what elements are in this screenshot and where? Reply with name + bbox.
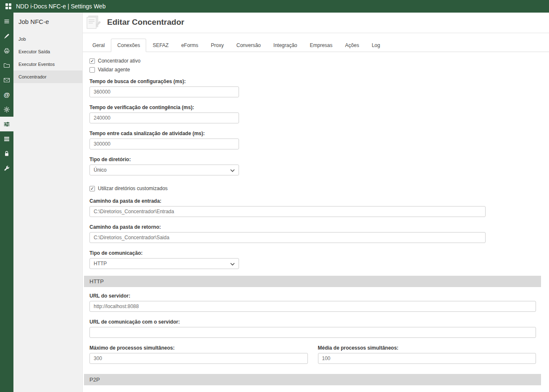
nav-signature-button[interactable] bbox=[0, 29, 13, 43]
validar-agente-checkbox[interactable]: Validar agente bbox=[89, 67, 536, 73]
app-logo-icon bbox=[5, 3, 12, 10]
connections-form: Concentrador ativo Validar agente Tempo … bbox=[83, 52, 549, 392]
sidebar-item-concentrador[interactable]: Concentrador bbox=[13, 71, 82, 83]
tab-eforms[interactable]: eForms bbox=[175, 39, 205, 52]
page-title: Editar Concentrador bbox=[107, 18, 184, 27]
max-processos-label: Máximo de processos simultâneos: bbox=[89, 345, 308, 351]
sidebar-title: Job NFC-e bbox=[13, 13, 82, 33]
tab-geral[interactable]: Geral bbox=[86, 39, 111, 52]
http-section-header[interactable]: HTTP bbox=[84, 276, 541, 287]
caminho-entrada-input[interactable] bbox=[89, 206, 486, 217]
nav-printer-button[interactable] bbox=[0, 43, 13, 58]
select-value: HTTP bbox=[94, 261, 107, 267]
concentrador-ativo-checkbox[interactable]: Concentrador ativo bbox=[89, 58, 536, 64]
topbar: NDD i-Docs NFC-e | Settings Web bbox=[0, 0, 549, 13]
lock-icon bbox=[3, 150, 10, 157]
chevron-down-icon bbox=[230, 166, 235, 174]
tempo-busca-label: Tempo de busca de configurações (ms): bbox=[89, 78, 536, 84]
url-comunicacao-label: URL de comunicação com o servidor: bbox=[89, 319, 536, 325]
nav-settings-button[interactable] bbox=[0, 102, 13, 117]
nav-wrench-button[interactable] bbox=[0, 161, 13, 175]
sidebar-item-executor-eventos[interactable]: Executor Eventos bbox=[13, 58, 82, 71]
form-icon bbox=[85, 15, 102, 29]
tempo-contingencia-label: Tempo de verificação de contingência (ms… bbox=[89, 105, 536, 110]
tab-integracao[interactable]: Integração bbox=[267, 39, 304, 52]
tempo-atividade-label: Tempo entre cada sinalização de atividad… bbox=[89, 131, 536, 136]
sidebar: Job NFC-e Job Executor Saída Executor Ev… bbox=[13, 13, 83, 392]
media-processos-label: Média de processos simultâneos: bbox=[318, 345, 536, 351]
tab-log[interactable]: Log bbox=[365, 39, 386, 52]
tab-bar: Geral Conexões SEFAZ eForms Proxy Conver… bbox=[83, 33, 549, 52]
checkbox-label: Utilizar diretórios customizados bbox=[98, 186, 168, 191]
tipo-diretorio-select[interactable]: Único bbox=[89, 165, 239, 175]
select-value: Único bbox=[94, 167, 107, 173]
nav-lock-button[interactable] bbox=[0, 146, 13, 161]
tab-sefaz[interactable]: SEFAZ bbox=[146, 39, 175, 52]
page-header: Editar Concentrador bbox=[83, 13, 549, 33]
chevron-down-icon bbox=[230, 260, 235, 267]
nav-menu-button[interactable] bbox=[0, 14, 13, 29]
printer-icon bbox=[3, 47, 10, 54]
nav-sliders-button[interactable] bbox=[0, 117, 13, 131]
gear-icon bbox=[3, 106, 10, 113]
tab-proxy[interactable]: Proxy bbox=[205, 39, 230, 52]
tab-conexoes[interactable]: Conexões bbox=[111, 39, 146, 52]
sliders-icon bbox=[3, 121, 10, 128]
checkbox-icon[interactable] bbox=[89, 58, 95, 64]
main-content: Editar Concentrador Geral Conexões SEFAZ… bbox=[83, 13, 549, 392]
envelope-icon bbox=[3, 77, 10, 84]
tab-acoes[interactable]: Ações bbox=[339, 39, 365, 52]
icon-rail: @ bbox=[0, 13, 13, 392]
nav-at-button[interactable]: @ bbox=[0, 87, 13, 102]
caminho-entrada-label: Caminho da pasta de entrada: bbox=[89, 198, 536, 204]
signature-icon bbox=[3, 33, 10, 39]
tab-conversao[interactable]: Conversão bbox=[230, 39, 267, 52]
nav-queue-button[interactable] bbox=[0, 131, 13, 146]
menu-icon bbox=[3, 18, 10, 25]
max-processos-input[interactable] bbox=[89, 353, 308, 364]
checkbox-label: Validar agente bbox=[98, 67, 130, 73]
url-servidor-input[interactable] bbox=[89, 301, 536, 312]
media-processos-input[interactable] bbox=[318, 353, 536, 364]
caminho-retorno-input[interactable] bbox=[89, 232, 486, 243]
at-icon: @ bbox=[4, 91, 10, 98]
url-comunicacao-input[interactable] bbox=[89, 327, 536, 338]
wrench-icon bbox=[3, 165, 10, 172]
sidebar-item-executor-saida[interactable]: Executor Saída bbox=[13, 45, 82, 58]
tab-empresas[interactable]: Empresas bbox=[304, 39, 339, 52]
nav-mail-button[interactable] bbox=[0, 73, 13, 87]
utilizar-diretorios-checkbox[interactable]: Utilizar diretórios customizados bbox=[89, 186, 536, 191]
app-title: NDD i-Docs NFC-e | Settings Web bbox=[16, 3, 105, 10]
tipo-comunicacao-label: Tipo de comunicação: bbox=[89, 250, 536, 256]
caminho-retorno-label: Caminho da pasta de retorno: bbox=[89, 224, 536, 230]
p2p-section-header[interactable]: P2P bbox=[84, 374, 541, 385]
app-window: NDD i-Docs NFC-e | Settings Web @ bbox=[0, 0, 549, 392]
tempo-contingencia-input[interactable] bbox=[89, 112, 239, 123]
tempo-busca-input[interactable] bbox=[89, 86, 239, 97]
tipo-diretorio-label: Tipo de diretório: bbox=[89, 157, 536, 162]
sidebar-item-job[interactable]: Job bbox=[13, 33, 82, 45]
tipo-comunicacao-select[interactable]: HTTP bbox=[89, 258, 239, 269]
tempo-atividade-input[interactable] bbox=[89, 139, 239, 149]
checkbox-icon[interactable] bbox=[89, 186, 95, 191]
checkbox-icon[interactable] bbox=[89, 67, 95, 73]
nav-folder-button[interactable] bbox=[0, 58, 13, 73]
url-servidor-label: URL do servidor: bbox=[89, 293, 536, 299]
folder-icon bbox=[3, 62, 10, 69]
checkbox-label: Concentrador ativo bbox=[98, 58, 140, 64]
queue-icon bbox=[3, 136, 10, 142]
